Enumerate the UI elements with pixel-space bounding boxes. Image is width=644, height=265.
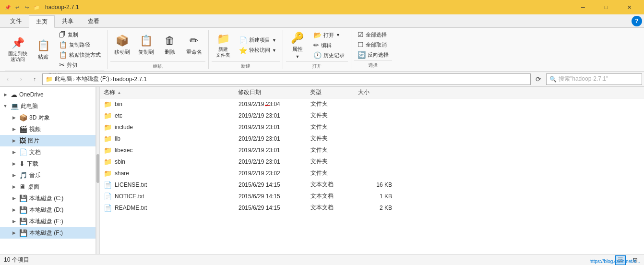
- file-name: include: [115, 124, 239, 131]
- open-button[interactable]: 📂 打开 ▼: [310, 30, 348, 40]
- forward-button[interactable]: ›: [15, 73, 27, 85]
- file-row-lib[interactable]: 📁 lib 2019/2/19 23:01 文件夹: [100, 133, 644, 145]
- select-all-icon: ☑: [358, 31, 364, 38]
- file-date: 2019/2/19 23:01: [239, 135, 310, 142]
- file-date: 2019/2/19 23:01: [239, 147, 310, 154]
- delete-icon: 🗑: [165, 35, 175, 47]
- cut-label: 剪切: [67, 61, 77, 69]
- paste-shortcut-button[interactable]: 📋 粘贴快捷方式: [56, 50, 104, 60]
- minimize-button[interactable]: ─: [572, 0, 594, 14]
- sidebar-scrollbar-thumb[interactable]: [96, 154, 99, 183]
- address-bar[interactable]: 📁 此电脑 › 本地磁盘 (F:) › hadoop-2.7.1: [42, 73, 531, 85]
- copy-to-button[interactable]: 📋 复制到: [134, 30, 157, 60]
- paste-button[interactable]: 📋 粘贴: [32, 35, 55, 65]
- up-button[interactable]: ↑: [29, 73, 40, 85]
- paste-icon: 📋: [37, 39, 50, 52]
- history-button[interactable]: 🕐 历史记录: [310, 50, 348, 60]
- sidebar-scrollbar[interactable]: [96, 87, 100, 254]
- tab-home[interactable]: 主页: [29, 15, 55, 28]
- select-none-button[interactable]: ☐ 全部取消: [354, 40, 392, 49]
- file-row-notice[interactable]: 📄 NOTICE.txt 2015/6/29 14:15 文本文档 1 KB: [100, 191, 644, 202]
- col-date-header[interactable]: 修改日期: [238, 88, 310, 96]
- search-bar[interactable]: 🔍 搜索"hadoop-2.7.1": [546, 73, 642, 85]
- expand-icon: ▶: [11, 138, 17, 143]
- pictures-icon: 🖼: [19, 137, 26, 145]
- sidebar-item-onedrive[interactable]: ▶ ☁ OneDrive: [0, 89, 95, 100]
- select-all-label: 全部选择: [366, 31, 387, 38]
- sidebar-item-3d[interactable]: ▶ 📦 3D 对象: [0, 112, 95, 123]
- file-row-readme[interactable]: 📄 README.txt 2015/6/29 14:15 文本文档 2 KB: [100, 202, 644, 214]
- invert-selection-button[interactable]: 🔄 反向选择: [354, 50, 392, 60]
- file-date: 2019/2/19 23:01: [239, 158, 310, 165]
- back-button[interactable]: ‹: [2, 73, 13, 85]
- arrow-annotation: ←: [263, 100, 272, 110]
- file-date: 2019/2/19 23:04: [239, 101, 310, 108]
- sidebar-item-thispc[interactable]: ▼ 💻 此电脑: [0, 100, 95, 112]
- file-row-etc[interactable]: 📁 etc 2019/2/19 23:01 文件夹: [100, 110, 644, 121]
- column-headers: 名称 ▲ 修改日期 类型 大小: [100, 87, 644, 98]
- refresh-button[interactable]: ⟳: [533, 73, 544, 85]
- file-date: 2019/2/19 23:02: [239, 170, 310, 177]
- expand-icon: ▶: [11, 196, 17, 201]
- open-dropdown: ▼: [336, 33, 340, 37]
- sidebar-item-disk-e[interactable]: ▶ 💾 本地磁盘 (E:): [0, 216, 95, 227]
- file-row-libexec[interactable]: 📁 libexec 2019/2/19 23:01 文件夹: [100, 145, 644, 156]
- watermark: https://blog.csdn.net/s...: [589, 259, 640, 264]
- file-type: 文件夹: [310, 157, 358, 166]
- file-row-include[interactable]: 📁 include 2019/2/19 23:01 文件夹: [100, 121, 644, 133]
- close-button[interactable]: ✕: [618, 0, 640, 14]
- easy-access-label: 轻松访问: [249, 47, 270, 54]
- sidebar-item-downloads[interactable]: ▶ ⬇ 下载: [0, 158, 95, 169]
- pin-button[interactable]: 📌 固定到快速访问: [5, 35, 31, 65]
- edit-button[interactable]: ✏ 编辑: [310, 40, 348, 50]
- copy-path-button[interactable]: 📋 复制路径: [56, 40, 104, 49]
- col-name-header[interactable]: 名称 ▲: [104, 88, 238, 96]
- sidebar-label: 本地磁盘 (E:): [29, 217, 63, 226]
- file-row-license[interactable]: 📄 LICENSE.txt 2015/6/29 14:15 文本文档 16 KB: [100, 179, 644, 191]
- select-all-button[interactable]: ☑ 全部选择: [354, 30, 392, 39]
- cut-icon: ✂: [59, 61, 65, 69]
- sidebar-item-disk-f[interactable]: ▶ 💾 本地磁盘 (F:): [0, 227, 95, 239]
- col-type-header[interactable]: 类型: [310, 88, 358, 96]
- file-row-bin[interactable]: 📁 bin 2019/2/19 23:04 文件夹 ←: [100, 98, 644, 110]
- pin-icon: 📌: [12, 37, 24, 49]
- quick-access-pin-icon[interactable]: 📌: [4, 3, 12, 11]
- file-row-share[interactable]: 📁 share 2019/2/19 23:02 文件夹: [100, 168, 644, 179]
- undo-icon[interactable]: ↩: [13, 3, 21, 11]
- maximize-button[interactable]: □: [595, 0, 617, 14]
- properties-button[interactable]: 🔑 属性 ▼: [286, 30, 309, 60]
- sidebar-item-music[interactable]: ▶ 🎵 音乐: [0, 169, 95, 181]
- new-item-button[interactable]: 📄 新建项目 ▼: [236, 36, 280, 45]
- sidebar-item-docs[interactable]: ▶ 📄 文档: [0, 146, 95, 158]
- move-to-button[interactable]: 📦 移动到: [110, 30, 133, 60]
- tab-share[interactable]: 共享: [55, 15, 81, 27]
- expand-icon: ▶: [11, 207, 17, 212]
- props-dropdown: ▼: [295, 54, 299, 59]
- sidebar-label: 下载: [27, 160, 38, 168]
- help-button[interactable]: ?: [632, 16, 642, 26]
- file-list-scroll: 名称 ▲ 修改日期 类型 大小 📁 bin 2019/2/19 23:04 文件…: [100, 87, 644, 214]
- cut-button[interactable]: ✂ 剪切: [56, 60, 104, 70]
- disk-e-icon: 💾: [19, 217, 27, 225]
- title-bar-icons: 📌 ↩ ↪ 📁: [4, 3, 40, 11]
- sidebar-item-desktop[interactable]: ▶ 🖥 桌面: [0, 181, 95, 193]
- redo-icon[interactable]: ↪: [23, 3, 31, 11]
- expand-icon: ▶: [11, 115, 17, 120]
- expand-icon: ▶: [11, 127, 17, 132]
- col-size-header[interactable]: 大小: [358, 88, 396, 96]
- easy-access-button[interactable]: ⭐ 轻松访问 ▼: [236, 46, 280, 55]
- paste-shortcut-label: 粘贴快捷方式: [69, 51, 101, 59]
- file-type: 文件夹: [310, 169, 358, 177]
- tab-file[interactable]: 文件: [3, 15, 29, 27]
- sidebar-item-disk-d[interactable]: ▶ 💾 本地磁盘 (D:): [0, 204, 95, 216]
- file-row-sbin[interactable]: 📁 sbin 2019/2/19 23:01 文件夹: [100, 156, 644, 168]
- new-label: 新建: [212, 61, 280, 71]
- rename-button[interactable]: ✏ 重命名: [182, 30, 205, 60]
- copy-button[interactable]: 🗍 复制: [56, 30, 104, 39]
- delete-button[interactable]: 🗑 删除: [158, 30, 181, 60]
- sidebar-item-pictures[interactable]: ▶ 🖼 图片: [0, 135, 95, 146]
- sidebar-item-video[interactable]: ▶ 🎬 视频: [0, 123, 95, 135]
- new-folder-button[interactable]: 📁 新建文件夹: [212, 30, 235, 60]
- tab-view[interactable]: 查看: [81, 15, 107, 27]
- sidebar-item-disk-c[interactable]: ▶ 💾 本地磁盘 (C:): [0, 193, 95, 204]
